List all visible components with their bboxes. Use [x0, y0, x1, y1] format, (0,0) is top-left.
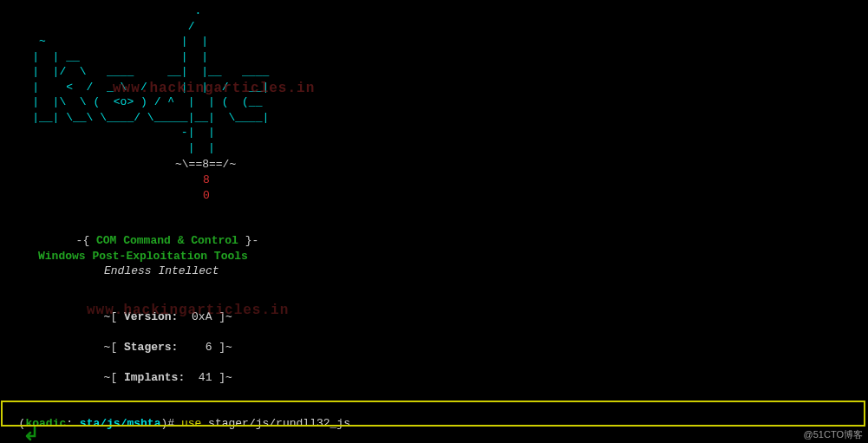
info-implants: ~[ Implants: 41 ]~ [5, 355, 863, 386]
attribution: @51CTO博客 [804, 428, 863, 441]
blank-1 [5, 203, 863, 218]
info-version: ~[ Version: 0xA ]~ [5, 294, 863, 324]
banner-subtitle: Windows Post-Exploitation Tools [5, 249, 863, 264]
ascii-0: 0 [5, 188, 863, 204]
prompt-use[interactable]: (koadic: sta/js/mshta)# use stager/js/ru… [5, 401, 863, 443]
info-stagers: ~[ Stagers: 6 ]~ [5, 324, 863, 355]
enter-arrow-icon [24, 426, 38, 443]
banner-title: -{ COM Command & Control }- [5, 218, 863, 249]
blank-2 [5, 279, 863, 295]
ascii-wrap: ~\==8==/~ [5, 157, 863, 173]
ascii-banner: . / ~ | | | | __ | | | |/ \ ____ __| |__… [5, 3, 863, 155]
ascii-8: 8 [5, 173, 863, 188]
banner-tagline: Endless Intellect [5, 264, 863, 279]
terminal-viewport: . / ~ | | | | __ | | | |/ \ ____ __| |__… [0, 0, 868, 443]
blank-3 [5, 386, 863, 401]
